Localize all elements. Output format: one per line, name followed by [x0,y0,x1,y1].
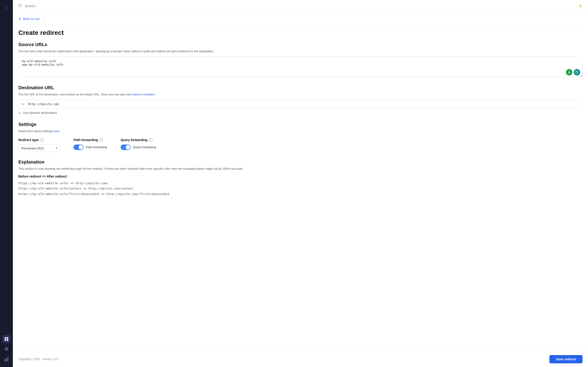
sidebar: ⟨ [0,0,13,367]
source-urls-textarea[interactable]: my-old-website.info www.my-old-website.i… [18,56,582,77]
path-forwarding-label: Path forwarding i [73,138,107,142]
sidebar-item-dashboard[interactable] [2,335,10,343]
redirect-example-2: https://my-old-website.info/contact => h… [18,186,582,191]
content-area: Back to List Create redirect Source URLs… [13,12,588,351]
search-input[interactable] [25,4,576,8]
save-redirect-button[interactable]: Save redirect [549,355,582,363]
svg-rect-4 [5,359,6,361]
redirect-variables-link[interactable]: redirect variables [132,93,155,96]
main-area: ☀ Back to List Create redirect Source UR… [13,0,588,367]
svg-rect-2 [5,339,6,341]
footer: Copyright © 2023 - Version 1.0.0 Save re… [13,351,588,367]
source-urls-textarea-wrap: my-old-website.info www.my-old-website.i… [18,56,582,78]
collapse-icon: ⟨ [6,6,7,10]
explanation-section: Explanation This section is only showing… [18,159,582,197]
query-forwarding-item: Query forwarding i Query forwarding [121,138,156,150]
query-forwarding-label: Query forwarding i [121,138,156,142]
query-forwarding-info-icon[interactable]: i [149,138,153,142]
redirect-type-select-wrap: Permanent (301) Temporary (302) Temporar… [18,144,60,152]
settings-section: Settings Read more about settings here. … [18,122,582,152]
destination-url-description: The full URL of the destination, also kn… [18,92,582,97]
dynamic-destinations-toggle[interactable]: Use dynamic destinations [18,111,582,115]
source-urls-description: The full URLs that should be redirected … [18,49,582,54]
path-forwarding-toggle[interactable] [73,144,84,150]
query-forwarding-toggle-wrap: Query forwarding [121,144,156,150]
grid-icon [4,337,9,341]
settings-title: Settings [18,122,582,127]
sidebar-item-analytics[interactable] [2,355,10,363]
destination-url-input-wrap: ↪ http://mysite.com [18,99,582,109]
destination-url-title: Destination URL [18,85,582,90]
before-after-title: Before redirect => After redirect [18,175,582,178]
source-urls-title: Source URLs [18,42,582,47]
settings-here-link[interactable]: here [53,129,60,133]
refresh-icon [575,71,579,74]
destination-url-input[interactable]: http://mysite.com [27,100,582,108]
svg-rect-6 [7,357,8,361]
explanation-title: Explanation [18,159,582,165]
explanation-description: This section is only showing the redirec… [18,167,582,171]
destination-url-section: Destination URL The full URL of the dest… [18,85,582,115]
path-forwarding-toggle-wrap: Path forwarding [73,144,107,150]
redirect-type-info-icon[interactable]: i [40,138,44,142]
search-icon [18,4,22,8]
source-urls-section: Source URLs The full URLs that should be… [18,42,582,78]
svg-rect-1 [7,337,8,339]
path-forwarding-info-icon[interactable]: i [99,138,103,142]
redirect-examples: https://my-old-website.info/ => http://m… [18,181,582,197]
textarea-refresh-button[interactable] [574,69,580,75]
dynamic-dest-icon [18,111,22,115]
query-forwarding-toggle-label: Query forwarding [133,145,156,149]
textarea-action-icons [566,69,580,75]
back-to-list-link[interactable]: Back to List [18,17,40,21]
path-forwarding-toggle-label: Path forwarding [86,145,107,149]
topbar: ☀ [13,0,588,12]
redirect-example-3: https://my-old-website.info/?first=1&sec… [18,191,582,197]
sidebar-collapse-button[interactable]: ⟨ [2,4,10,12]
path-forwarding-toggle-thumb [78,145,83,150]
copyright-text: Copyright © 2023 - Version 1.0.0 [18,358,58,361]
sidebar-item-docs[interactable] [2,345,10,353]
textarea-download-button[interactable] [566,69,572,75]
path-forwarding-item: Path forwarding i Path forwarding [73,138,107,150]
redirect-type-select[interactable]: Permanent (301) Temporary (302) Temporar… [18,144,60,152]
download-icon [568,71,571,74]
redirect-type-label: Redirect type i [18,138,60,142]
svg-rect-0 [5,337,6,339]
destination-url-arrow-icon: ↪ [19,100,27,108]
svg-rect-3 [7,339,8,341]
redirect-type-item: Redirect type i Permanent (301) Temporar… [18,138,60,152]
back-divider [43,16,43,22]
book-icon [4,347,9,351]
arrow-left-icon [18,17,22,20]
query-forwarding-toggle-thumb [126,145,130,150]
theme-toggle-icon[interactable]: ☀ [578,3,582,8]
redirect-example-1: https://my-old-website.info/ => http://m… [18,181,582,186]
query-forwarding-toggle[interactable] [121,144,131,150]
topbar-right: ☀ [578,3,582,9]
chart-icon [4,357,9,361]
settings-grid: Redirect type i Permanent (301) Temporar… [18,138,582,152]
settings-description: Read more about settings here. [18,129,582,133]
back-link-row: Back to List [18,12,582,25]
page-title: Create redirect [18,29,582,36]
svg-line-8 [21,6,22,7]
svg-rect-5 [6,358,7,361]
